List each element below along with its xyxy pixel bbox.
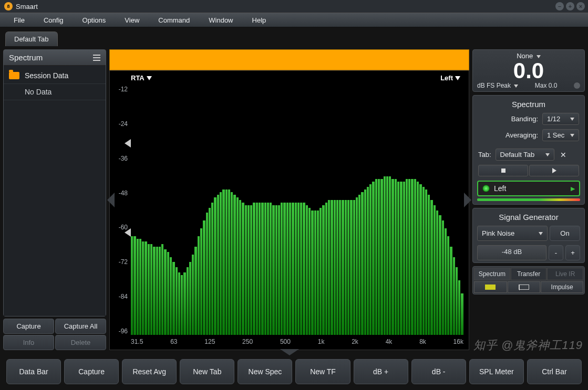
- minimize-icon[interactable]: –: [555, 2, 564, 10]
- spectrum-bar: [187, 267, 189, 335]
- menu-window[interactable]: Window: [199, 14, 242, 26]
- rta-label[interactable]: RTA: [131, 74, 152, 82]
- spectrum-bar: [167, 252, 169, 335]
- tree-root[interactable]: Session Data: [4, 68, 106, 84]
- capture-button[interactable]: Capture: [3, 319, 54, 334]
- view-single-button[interactable]: [474, 281, 507, 293]
- x-tick: 8k: [419, 338, 426, 347]
- spectrum-bar: [422, 187, 425, 335]
- new-tab-button[interactable]: New Tab: [180, 359, 234, 384]
- rta-chart[interactable]: RTA Left -12 -24 -36 -48 -60 -72 -84 -96: [109, 70, 469, 350]
- capture-all-button[interactable]: Capture All: [55, 319, 106, 334]
- spectrum-bar: [267, 203, 269, 335]
- spectrum-bar: [391, 179, 394, 335]
- banding-select[interactable]: 1/12: [542, 113, 579, 125]
- info-button[interactable]: Info: [3, 335, 54, 350]
- meter-scale-select[interactable]: dB FS Peak: [477, 82, 518, 89]
- spectrum-bar: [425, 189, 427, 335]
- spectrum-bar: [203, 220, 205, 335]
- chevron-down-icon: [514, 85, 518, 88]
- siggen-minus-button[interactable]: -: [549, 245, 563, 260]
- spectrum-bar: [153, 247, 155, 335]
- view-split-button[interactable]: [508, 281, 541, 293]
- stop-button[interactable]: [478, 165, 528, 176]
- db-plus-button[interactable]: dB +: [354, 359, 408, 384]
- reset-avg-button[interactable]: Reset Avg: [122, 359, 177, 384]
- spectrum-bar: [303, 203, 305, 335]
- siggen-level: -48 dB: [477, 245, 546, 260]
- close-icon[interactable]: ×: [576, 2, 585, 10]
- clip-indicator-icon[interactable]: [574, 82, 580, 89]
- spectrum-bar: [439, 215, 441, 335]
- settings-icon[interactable]: ✕: [559, 150, 568, 160]
- spectrum-bar: [159, 247, 161, 335]
- play-button[interactable]: [529, 165, 579, 176]
- averaging-select[interactable]: 1 Sec: [542, 129, 579, 141]
- spectrum-bar: [214, 197, 216, 335]
- channel-name: Left: [494, 184, 566, 193]
- menu-command[interactable]: Command: [149, 14, 199, 26]
- siggen-on-button[interactable]: On: [550, 226, 580, 241]
- channel-play-icon[interactable]: ▶: [571, 185, 575, 192]
- spectrum-bar: [272, 205, 274, 335]
- maximize-icon[interactable]: +: [566, 2, 574, 10]
- tab-select[interactable]: Default Tab: [496, 149, 554, 161]
- averaging-label: Averaging:: [506, 131, 538, 139]
- hamburger-icon[interactable]: [93, 55, 100, 61]
- spectrum-bar: [211, 203, 213, 335]
- menu-config[interactable]: Config: [34, 14, 73, 26]
- tab-default[interactable]: Default Tab: [5, 31, 58, 46]
- view-mode-panel: Spectrum Transfer Live IR Impulse: [472, 266, 585, 294]
- menu-help[interactable]: Help: [243, 14, 276, 26]
- capture-bottom-button[interactable]: Capture: [64, 359, 119, 384]
- spectrum-bar: [264, 203, 266, 335]
- spl-meter-button[interactable]: SPL Meter: [469, 359, 524, 384]
- spectrum-bar: [372, 182, 374, 335]
- view-spectrum-tab[interactable]: Spectrum: [474, 268, 510, 280]
- spectrum-bar: [278, 205, 280, 335]
- ctrl-bar-button[interactable]: Ctrl Bar: [527, 359, 582, 384]
- new-tf-button[interactable]: New TF: [295, 359, 350, 384]
- databar-button[interactable]: Data Bar: [6, 359, 61, 384]
- meter-value: 0.0: [477, 60, 580, 82]
- app-icon: 8: [4, 2, 13, 10]
- siggen-type-select[interactable]: Pink Noise: [477, 226, 548, 241]
- view-liveir-tab[interactable]: Live IR: [547, 268, 583, 280]
- spectrum-bar: [356, 197, 358, 335]
- delete-button[interactable]: Delete: [55, 335, 106, 350]
- expand-right-icon[interactable]: [464, 193, 471, 207]
- expand-down-icon[interactable]: [280, 349, 299, 355]
- spectrum-bar: [300, 203, 302, 335]
- menu-options[interactable]: Options: [73, 14, 116, 26]
- x-tick: 250: [242, 338, 253, 347]
- channel-left[interactable]: Left ▶: [477, 181, 580, 196]
- spectrum-bar: [434, 205, 436, 335]
- spectrum-bar: [375, 179, 377, 335]
- spectrum-bar: [336, 200, 338, 335]
- channel-label[interactable]: Left: [440, 74, 460, 82]
- menu-file[interactable]: File: [4, 14, 34, 26]
- spectrum-bar: [292, 203, 294, 335]
- view-transfer-tab[interactable]: Transfer: [511, 268, 547, 280]
- spectrum-bar: [176, 267, 178, 335]
- siggen-plus-button[interactable]: +: [565, 245, 580, 260]
- db-minus-button[interactable]: dB -: [411, 359, 466, 384]
- spectrum-bar: [334, 200, 336, 335]
- y-tick: -84: [113, 293, 128, 300]
- spectrum-bar: [350, 200, 352, 335]
- x-tick: 1k: [318, 338, 325, 347]
- menu-view[interactable]: View: [115, 14, 149, 26]
- spectrum-bar: [181, 275, 183, 335]
- spectrum-bar: [209, 208, 211, 335]
- spectrum-bars: [131, 86, 463, 335]
- spectrum-bar: [347, 200, 349, 335]
- spectrum-bar: [295, 203, 297, 335]
- new-spec-button[interactable]: New Spec: [238, 359, 292, 384]
- tree-nodata[interactable]: No Data: [4, 84, 106, 100]
- spectrum-bar: [411, 179, 413, 335]
- view-impulse-button[interactable]: Impulse: [541, 281, 583, 293]
- spectrum-bar: [297, 203, 300, 335]
- chart-area: RTA Left -12 -24 -36 -48 -60 -72 -84 -96: [109, 49, 469, 350]
- expand-left-icon[interactable]: [107, 193, 115, 207]
- spectrum-bar: [206, 213, 208, 335]
